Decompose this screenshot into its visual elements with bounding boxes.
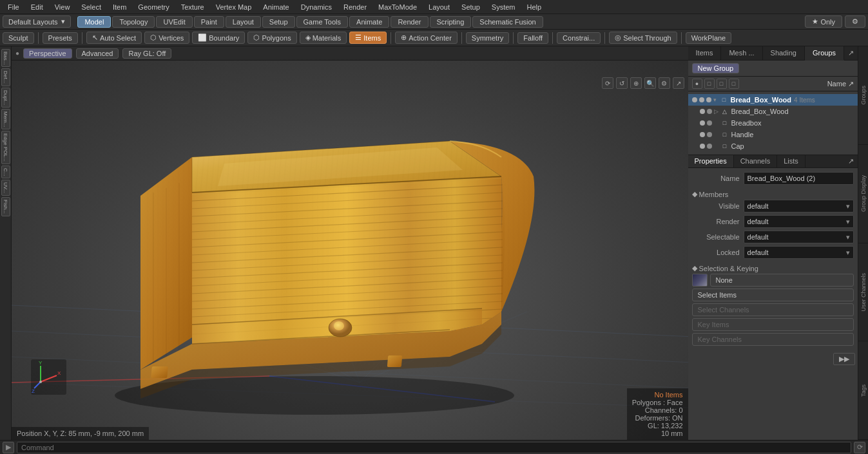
- bread-box-model[interactable]: [63, 93, 592, 428]
- menu-render[interactable]: Render: [338, 2, 372, 12]
- tree-item-breadboxwood[interactable]: ▷ △ Bread_Box_Wood: [688, 106, 858, 117]
- none-button[interactable]: None: [710, 274, 854, 287]
- menu-select[interactable]: Select: [76, 2, 106, 12]
- tab-layout[interactable]: Layout: [226, 16, 261, 28]
- key-channels-button[interactable]: Key Channels: [692, 333, 854, 346]
- boundary-button[interactable]: ⬜ Boundary: [192, 32, 245, 44]
- tree-item-handle[interactable]: □ Handle: [688, 129, 858, 140]
- viewport-3d[interactable]: X Y Z ⟳ ↺ ⊕ 🔍 ⚙ ↗: [12, 61, 688, 440]
- workplane-button[interactable]: WorkPlane: [686, 32, 732, 44]
- viewport-icon-rotate[interactable]: ⟳: [602, 77, 613, 89]
- groups-icon-4[interactable]: □: [729, 79, 739, 89]
- prop-tab-properties[interactable]: Properties: [688, 155, 734, 167]
- presets-button[interactable]: Presets: [43, 32, 78, 44]
- forward-arrow-button[interactable]: ▶▶: [833, 353, 855, 365]
- menu-layout[interactable]: Layout: [423, 2, 455, 12]
- color-swatch[interactable]: [692, 274, 708, 287]
- left-btn-c[interactable]: C...: [1, 166, 10, 178]
- name-input[interactable]: Bread_Box_Wood (2): [744, 172, 854, 185]
- select-channels-button[interactable]: Select Channels: [692, 303, 854, 316]
- items-button[interactable]: ☰ Items: [349, 32, 387, 44]
- layout-dropdown[interactable]: Default Layouts ▾: [3, 15, 71, 28]
- viewport-icon-settings[interactable]: ⚙: [659, 77, 670, 89]
- select-through-button[interactable]: ◎ Select Through: [609, 32, 677, 44]
- viewport-icon-zoom[interactable]: ⊕: [630, 77, 642, 89]
- menu-setup[interactable]: Setup: [456, 2, 485, 12]
- viewport-icon-expand[interactable]: ↗: [673, 77, 684, 89]
- left-btn-fish[interactable]: Fish...: [1, 197, 10, 216]
- menu-texture[interactable]: Texture: [176, 2, 209, 12]
- tab-paint[interactable]: Paint: [194, 16, 224, 28]
- menu-file[interactable]: File: [3, 2, 24, 12]
- sculpt-button[interactable]: Sculpt: [3, 32, 34, 44]
- tab-items[interactable]: Items: [688, 46, 722, 60]
- menu-geometry[interactable]: Geometry: [133, 2, 174, 12]
- right-panel-expand-icon[interactable]: ↗: [844, 46, 858, 60]
- side-label-groups[interactable]: Groups: [858, 46, 868, 145]
- action-center-button[interactable]: ⊕ Action Center: [395, 32, 458, 44]
- tab-scripting[interactable]: Scripting: [430, 16, 472, 28]
- left-btn-edge[interactable]: Edge POL...: [1, 131, 10, 164]
- menu-dynamics[interactable]: Dynamics: [296, 2, 337, 12]
- tab-schematic-fusion[interactable]: Schematic Fusion: [472, 16, 543, 28]
- left-btn-def[interactable]: Def...: [1, 68, 10, 86]
- menu-help[interactable]: Help: [521, 2, 546, 12]
- prop-tab-channels[interactable]: Channels: [734, 155, 777, 167]
- tab-render[interactable]: Render: [391, 16, 428, 28]
- tree-item-breadbox[interactable]: □ Breadbox: [688, 117, 858, 129]
- groups-expand-icon[interactable]: ↗: [848, 80, 854, 88]
- left-btn-dupl[interactable]: Dupl...: [1, 88, 10, 108]
- menu-vertex-map[interactable]: Vertex Map: [211, 2, 257, 12]
- tab-mesh[interactable]: Mesh ...: [721, 46, 762, 60]
- groups-icon-2[interactable]: □: [704, 79, 715, 89]
- side-label-user-channels[interactable]: User Channels: [858, 243, 868, 342]
- symmetry-button[interactable]: Symmetry: [466, 32, 510, 44]
- materials-button[interactable]: ◈ Materials: [300, 32, 347, 44]
- side-label-tags[interactable]: Tags: [858, 341, 868, 440]
- left-btn-bas[interactable]: Bas...: [1, 49, 10, 67]
- new-group-button[interactable]: New Group: [692, 63, 740, 73]
- menu-system[interactable]: System: [487, 2, 521, 12]
- tab-game-tools[interactable]: Game Tools: [296, 16, 349, 28]
- menu-animate[interactable]: Animate: [258, 2, 294, 12]
- tab-topology[interactable]: Topology: [112, 16, 155, 28]
- tab-animate[interactable]: Animate: [349, 16, 389, 28]
- ray-gl-button[interactable]: Ray GL: Off: [122, 48, 171, 59]
- selectable-dropdown[interactable]: default ▾: [744, 231, 854, 243]
- left-btn-uv[interactable]: UV...: [1, 180, 10, 196]
- menu-edit[interactable]: Edit: [26, 2, 48, 12]
- command-input[interactable]: [17, 442, 851, 453]
- constraint-button[interactable]: Constrai...: [557, 32, 601, 44]
- locked-dropdown[interactable]: default ▾: [744, 246, 854, 259]
- prop-expand-icon[interactable]: ↗: [844, 155, 858, 167]
- polygons-button[interactable]: ⬡ Polygons: [247, 32, 296, 44]
- command-refresh-icon[interactable]: ⟳: [854, 442, 865, 453]
- viewport-icon-magnify[interactable]: 🔍: [644, 77, 656, 89]
- tree-item-root[interactable]: ▾ □ Bread_Box_Wood 4 Items: [688, 94, 858, 106]
- viewport[interactable]: ● Perspective Advanced Ray GL: Off: [12, 46, 688, 440]
- tab-shading[interactable]: Shading: [763, 46, 805, 60]
- groups-icon-1[interactable]: ●: [692, 79, 702, 89]
- key-items-button[interactable]: Key Items: [692, 318, 854, 331]
- command-arrow-icon[interactable]: ▶: [3, 442, 14, 453]
- advanced-button[interactable]: Advanced: [76, 48, 119, 59]
- perspective-button[interactable]: Perspective: [23, 48, 72, 59]
- side-label-group-display[interactable]: Group Display: [858, 145, 868, 243]
- tab-groups[interactable]: Groups: [805, 46, 844, 61]
- select-items-button[interactable]: Select Items: [692, 288, 854, 301]
- prop-tab-lists[interactable]: Lists: [777, 155, 805, 167]
- only-button[interactable]: ★Only: [805, 15, 842, 28]
- render-dropdown[interactable]: default ▾: [744, 215, 854, 228]
- viewport-icon-reset[interactable]: ↺: [616, 77, 628, 89]
- menu-item[interactable]: Item: [108, 2, 131, 12]
- groups-icon-3[interactable]: □: [717, 79, 727, 89]
- vertices-button[interactable]: ⬡ Vertices: [144, 32, 189, 44]
- tab-uvedit[interactable]: UVEdit: [156, 16, 192, 28]
- falloff-button[interactable]: Falloff: [517, 32, 548, 44]
- auto-select-button[interactable]: ↖ Auto Select: [86, 32, 142, 44]
- tab-model[interactable]: Model: [77, 16, 111, 28]
- visible-dropdown[interactable]: default ▾: [744, 200, 854, 213]
- tab-setup[interactable]: Setup: [262, 16, 295, 28]
- settings-button[interactable]: ⚙: [845, 15, 865, 28]
- menu-view[interactable]: View: [50, 2, 75, 12]
